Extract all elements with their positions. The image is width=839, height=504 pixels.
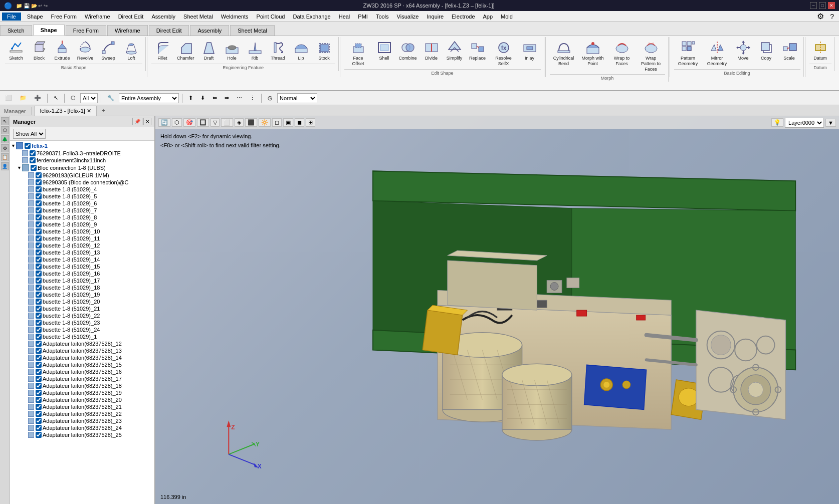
ribbon-btn-draft[interactable]: Draft [198,38,220,63]
tree-cb-item-25[interactable] [36,320,42,326]
tree-cb-item-13[interactable] [36,235,42,241]
tree-cb-item-27[interactable] [36,334,42,340]
tree-item-item-22[interactable]: busette 1-8 (51029)_20 [11,298,153,305]
vt-btn-view7[interactable]: ◈ [235,118,244,127]
ribbon-btn-block[interactable]: Block [28,38,50,63]
tree-item-item-8[interactable]: busette 1-8 (51029)_6 [11,200,153,207]
sp-icon-gear[interactable]: ⚙ [1,144,9,152]
ribbon-btn-mirror-geometry[interactable]: Mirror Geometry [703,38,731,68]
ribbon-btn-loft[interactable]: Loft [120,38,142,63]
tree-cb-item-17[interactable] [36,264,42,270]
tree-item-item-33[interactable]: Adaptateur laiton(68237528)_17 [11,375,153,382]
ribbon-btn-sketch[interactable]: Sketch [5,38,27,63]
tree-item-item-13[interactable]: busette 1-8 (51029)_11 [11,235,153,242]
tab-assembly[interactable]: Assembly [190,25,229,36]
vt-btn-view3[interactable]: 🎯 [183,118,195,127]
tree-cb-item-16[interactable] [36,257,42,263]
tb-left[interactable]: ⬅ [209,93,220,103]
tree-item-item-19[interactable]: busette 1-8 (51029)_17 [11,277,153,284]
ribbon-btn-inlay[interactable]: Inlay [519,38,541,63]
tree-item-item-25[interactable]: busette 1-8 (51029)_23 [11,319,153,326]
tree-item-item-5[interactable]: 96290305 (Bloc de connection)@C [11,179,153,186]
filter-dropdown[interactable]: All [80,93,98,103]
tree-cb-item-40[interactable] [36,425,42,431]
ribbon-btn-hole[interactable]: Hole [221,38,243,63]
tree-item-item-23[interactable]: busette 1-8 (51029)_21 [11,305,153,312]
tab-direct-edit[interactable]: Direct Edit [149,25,189,36]
ribbon-btn-morph-with-point[interactable]: Morph with Point [579,38,607,68]
viewport[interactable]: 🔄 ⬡ 🎯 🔲 ▽ ⬜ ◈ ⬛ 🔆 ◻ ▣ ◼ ⊞ 💡 Layer0000 ▼ [155,116,839,504]
tb-down[interactable]: ⬇ [197,93,208,103]
tree-item-item-15[interactable]: busette 1-8 (51029)_13 [11,249,153,256]
ribbon-btn-face-offset[interactable]: Face Offset [344,38,372,68]
tree-cb-item-37[interactable] [36,404,42,410]
tree-cb-item-23[interactable] [36,306,42,312]
tree-item-item-2[interactable]: ferderoulement3inchx11inch [11,157,153,164]
tb-more2[interactable]: ⋮ [247,93,258,103]
show-all-select[interactable]: Show All [13,129,46,139]
vt-btn-view8[interactable]: ⬛ [245,118,257,127]
manager-close[interactable]: ✕ [143,118,151,125]
tree-cb-item-5[interactable] [36,179,42,185]
tree-cb-item-3[interactable] [31,165,37,171]
tb-new[interactable]: ⬜ [2,93,15,103]
sp-icon-cursor[interactable]: ↖ [1,117,9,125]
ribbon-btn-chamfer[interactable]: Chamfer [174,38,197,63]
tree-item-item-36[interactable]: Adaptateur laiton(68237528)_20 [11,396,153,403]
tree-item-item-39[interactable]: Adaptateur laiton(68237528)_23 [11,417,153,424]
tree-item-item-7[interactable]: busette 1-8 (51029)_5 [11,193,153,200]
minimize-btn[interactable]: – [810,2,817,9]
tree-cb-item-31[interactable] [36,362,42,368]
tree-item-item-34[interactable]: Adaptateur laiton(68237528)_18 [11,382,153,389]
vt-btn-view12[interactable]: ◼ [295,118,304,127]
sp-icon-layers[interactable]: 📋 [1,153,9,161]
vt-btn-view10[interactable]: ◻ [272,118,282,127]
tree-cb-item-10[interactable] [36,214,42,220]
tree-cb-item-4[interactable] [36,172,42,178]
wireframe-menu[interactable]: Wireframe [81,13,114,21]
tree-item-item-9[interactable]: busette 1-8 (51029)_7 [11,207,153,214]
ribbon-btn-cylindrical-bend[interactable]: Cylindrical Bend [550,38,578,68]
tree-cb-item-15[interactable] [36,249,42,256]
tree-cb-item-32[interactable] [36,369,42,375]
tab-freeform[interactable]: Free Form [66,25,106,36]
tree-cb-item-39[interactable] [36,418,42,424]
tree-cb-item-34[interactable] [36,383,42,389]
ribbon-btn-stock[interactable]: Stock [313,38,335,63]
ribbon-btn-replace[interactable]: Replace [467,38,489,63]
tree-cb-item-22[interactable] [36,299,42,305]
tree-item-item-31[interactable]: Adaptateur laiton(68237528)_15 [11,361,153,368]
tree-item-item-28[interactable]: Adaptateur laiton(68237528)_12 [11,340,153,347]
assembly-menu[interactable]: Assembly [147,13,179,21]
tree-item-item-14[interactable]: busette 1-8 (51029)_12 [11,242,153,249]
manager-pin[interactable]: 📌 [132,118,142,125]
tb-more1[interactable]: ⋯ [234,93,245,103]
tree-cb-item-36[interactable] [36,397,42,403]
tree-cb-item-6[interactable] [36,186,42,192]
help-icon[interactable]: ? [827,13,837,21]
ribbon-btn-simplify[interactable]: Simplify [444,38,466,63]
point-cloud-menu[interactable]: Point Cloud [253,13,289,21]
tab-wireframe[interactable]: Wireframe [107,25,148,36]
vt-btn-view4[interactable]: 🔲 [197,118,209,127]
tree-item-item-24[interactable]: busette 1-8 (51029)_22 [11,312,153,319]
tab-shape[interactable]: Shape [33,25,65,36]
vt-btn-lightbulb[interactable]: 💡 [771,118,783,127]
ribbon-btn-thread[interactable]: Thread [267,38,289,63]
doc-tab-felix[interactable]: felix-1.Z3 - [felix-1] ✕ [34,106,97,116]
ribbon-btn-revolve[interactable]: Revolve [74,38,96,63]
tree-cb-item-21[interactable] [36,292,42,298]
tree-cb-item-24[interactable] [36,313,42,319]
tree-cb-item-1[interactable] [30,150,36,156]
tree-cb-felix-1[interactable] [25,143,31,149]
ribbon-btn-wrap-to-faces[interactable]: Wrap to Faces [608,38,636,68]
ribbon-btn-lip[interactable]: Lip [290,38,312,63]
vt-btn-view9[interactable]: 🔆 [259,118,271,127]
tree-item-item-26[interactable]: busette 1-8 (51029)_24 [11,326,153,333]
tree-item-item-12[interactable]: busette 1-8 (51029)_10 [11,228,153,235]
app-menu[interactable]: App [479,13,497,21]
tb-add[interactable]: ➕ [31,93,44,103]
pmi-menu[interactable]: PMI [354,13,372,21]
tree-item-item-17[interactable]: busette 1-8 (51029)_15 [11,263,153,270]
maximize-btn[interactable]: □ [819,2,826,9]
